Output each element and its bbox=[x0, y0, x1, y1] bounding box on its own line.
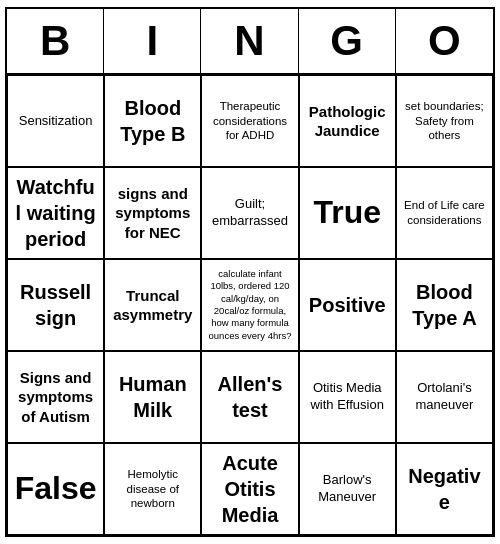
bingo-cell-15: Signs and symptoms of Autism bbox=[7, 351, 104, 443]
bingo-cell-22: Acute Otitis Media bbox=[201, 443, 298, 535]
bingo-cell-10: Russell sign bbox=[7, 259, 104, 351]
bingo-letter-o: O bbox=[396, 9, 493, 73]
bingo-cell-18: Otitis Media with Effusion bbox=[299, 351, 396, 443]
bingo-cell-16: Human Milk bbox=[104, 351, 201, 443]
bingo-cell-6: signs and symptoms for NEC bbox=[104, 167, 201, 259]
bingo-cell-13: Positive bbox=[299, 259, 396, 351]
bingo-cell-3: Pathologic Jaundice bbox=[299, 75, 396, 167]
bingo-card: BINGO SensitizationBlood Type BTherapeut… bbox=[5, 7, 495, 537]
bingo-cell-9: End of Life care considerations bbox=[396, 167, 493, 259]
bingo-header: BINGO bbox=[7, 9, 493, 75]
bingo-cell-8: True bbox=[299, 167, 396, 259]
bingo-cell-5: Watchful waiting period bbox=[7, 167, 104, 259]
bingo-cell-0: Sensitization bbox=[7, 75, 104, 167]
bingo-letter-i: I bbox=[104, 9, 201, 73]
bingo-cell-20: False bbox=[7, 443, 104, 535]
bingo-cell-21: Hemolytic disease of newborn bbox=[104, 443, 201, 535]
bingo-cell-7: Guilt; embarrassed bbox=[201, 167, 298, 259]
bingo-cell-19: Ortolani's maneuver bbox=[396, 351, 493, 443]
bingo-letter-g: G bbox=[299, 9, 396, 73]
bingo-cell-12: calculate infant 10lbs, ordered 120 cal/… bbox=[201, 259, 298, 351]
bingo-cell-2: Therapeutic considerations for ADHD bbox=[201, 75, 298, 167]
bingo-letter-n: N bbox=[201, 9, 298, 73]
bingo-cell-23: Barlow's Maneuver bbox=[299, 443, 396, 535]
bingo-grid: SensitizationBlood Type BTherapeutic con… bbox=[7, 75, 493, 535]
bingo-cell-11: Truncal asymmetry bbox=[104, 259, 201, 351]
bingo-letter-b: B bbox=[7, 9, 104, 73]
bingo-cell-1: Blood Type B bbox=[104, 75, 201, 167]
bingo-cell-24: Negative bbox=[396, 443, 493, 535]
bingo-cell-17: Allen's test bbox=[201, 351, 298, 443]
bingo-cell-4: set boundaries; Safety from others bbox=[396, 75, 493, 167]
bingo-cell-14: Blood Type A bbox=[396, 259, 493, 351]
